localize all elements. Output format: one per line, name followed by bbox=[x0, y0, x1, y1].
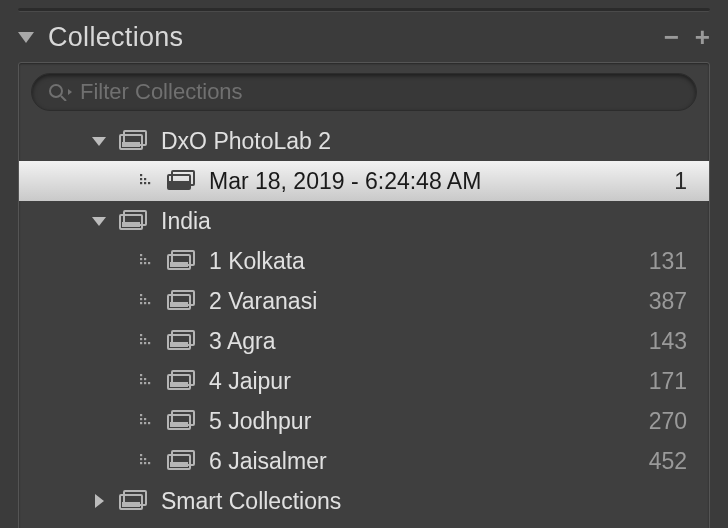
svg-rect-62 bbox=[140, 454, 142, 456]
svg-rect-63 bbox=[140, 458, 142, 460]
panel-divider bbox=[18, 8, 710, 12]
row-label: 6 Jaisalmer bbox=[209, 448, 649, 475]
svg-point-0 bbox=[50, 85, 62, 97]
row-label: Smart Collections bbox=[161, 488, 687, 515]
collection-set-icon bbox=[167, 410, 195, 432]
collection-set-icon bbox=[119, 130, 147, 152]
svg-rect-26 bbox=[140, 294, 142, 296]
panel-header: Collections − + bbox=[0, 18, 728, 56]
collections-tree: DxO PhotoLab 2Mar 18, 2019 - 6:24:48 AM1… bbox=[19, 121, 709, 521]
collection-marker-icon bbox=[139, 253, 155, 269]
collection-marker-icon bbox=[139, 453, 155, 469]
collection-row[interactable]: Mar 18, 2019 - 6:24:48 AM1 bbox=[19, 161, 709, 201]
collection-set-row[interactable]: DxO PhotoLab 2 bbox=[19, 121, 709, 161]
svg-rect-53 bbox=[140, 414, 142, 416]
collection-set-row[interactable]: India bbox=[19, 201, 709, 241]
svg-rect-66 bbox=[144, 462, 146, 464]
row-label: 3 Agra bbox=[209, 328, 649, 355]
chevron-right-icon[interactable] bbox=[91, 493, 107, 509]
row-label: 4 Jaipur bbox=[209, 368, 649, 395]
svg-rect-67 bbox=[148, 462, 150, 464]
collection-set-icon bbox=[167, 330, 195, 352]
collections-panel: Collections − + Filter Collections DxO P… bbox=[0, 0, 728, 528]
svg-rect-45 bbox=[140, 378, 142, 380]
collection-row[interactable]: 1 Kolkata131 bbox=[19, 241, 709, 281]
filter-collections-input[interactable]: Filter Collections bbox=[31, 73, 697, 111]
collection-set-icon bbox=[119, 490, 147, 512]
svg-line-1 bbox=[61, 96, 66, 101]
collection-marker-icon bbox=[139, 413, 155, 429]
svg-rect-7 bbox=[144, 178, 146, 180]
svg-rect-20 bbox=[140, 262, 142, 264]
svg-rect-58 bbox=[148, 422, 150, 424]
panel-title: Collections bbox=[48, 22, 648, 53]
row-label: 2 Varanasi bbox=[209, 288, 649, 315]
svg-rect-43 bbox=[170, 342, 188, 347]
row-label: Mar 18, 2019 - 6:24:48 AM bbox=[209, 168, 674, 195]
collection-row[interactable]: 3 Agra143 bbox=[19, 321, 709, 361]
svg-rect-13 bbox=[170, 182, 188, 187]
svg-rect-39 bbox=[144, 342, 146, 344]
panel-disclosure-icon[interactable] bbox=[18, 32, 34, 43]
collection-row[interactable]: 6 Jaisalmer452 bbox=[19, 441, 709, 481]
panel-minimize-button[interactable]: − bbox=[664, 24, 679, 50]
svg-rect-17 bbox=[140, 254, 142, 256]
row-label: 1 Kolkata bbox=[209, 248, 649, 275]
collection-row[interactable]: 2 Varanasi387 bbox=[19, 281, 709, 321]
search-icon bbox=[48, 83, 72, 101]
row-count: 143 bbox=[649, 328, 687, 355]
row-count: 387 bbox=[649, 288, 687, 315]
svg-rect-30 bbox=[144, 302, 146, 304]
row-label: 5 Jodhpur bbox=[209, 408, 649, 435]
svg-rect-18 bbox=[140, 258, 142, 260]
svg-rect-54 bbox=[140, 418, 142, 420]
svg-rect-37 bbox=[144, 338, 146, 340]
row-count: 131 bbox=[649, 248, 687, 275]
svg-rect-10 bbox=[148, 182, 150, 184]
row-label: DxO PhotoLab 2 bbox=[161, 128, 687, 155]
svg-rect-21 bbox=[144, 262, 146, 264]
row-label: India bbox=[161, 208, 687, 235]
collection-set-icon bbox=[167, 170, 195, 192]
row-count: 1 bbox=[674, 168, 687, 195]
svg-rect-52 bbox=[170, 382, 188, 387]
collection-row[interactable]: 4 Jaipur171 bbox=[19, 361, 709, 401]
panel-body: Filter Collections DxO PhotoLab 2Mar 18,… bbox=[18, 62, 710, 528]
chevron-down-icon[interactable] bbox=[91, 133, 107, 149]
svg-rect-27 bbox=[140, 298, 142, 300]
row-count: 270 bbox=[649, 408, 687, 435]
collection-marker-icon bbox=[139, 373, 155, 389]
svg-rect-40 bbox=[148, 342, 150, 344]
chevron-down-icon[interactable] bbox=[91, 213, 107, 229]
svg-rect-9 bbox=[144, 182, 146, 184]
svg-rect-64 bbox=[144, 458, 146, 460]
svg-rect-55 bbox=[144, 418, 146, 420]
panel-add-button[interactable]: + bbox=[695, 24, 710, 50]
collection-marker-icon bbox=[139, 173, 155, 189]
collection-row[interactable]: 5 Jodhpur270 bbox=[19, 401, 709, 441]
svg-rect-5 bbox=[140, 174, 142, 176]
svg-rect-25 bbox=[170, 262, 188, 267]
collection-set-icon bbox=[167, 290, 195, 312]
row-count: 452 bbox=[649, 448, 687, 475]
collection-set-row[interactable]: Smart Collections bbox=[19, 481, 709, 521]
svg-rect-8 bbox=[140, 182, 142, 184]
collection-set-icon bbox=[167, 450, 195, 472]
svg-rect-73 bbox=[122, 502, 140, 507]
svg-rect-49 bbox=[148, 382, 150, 384]
svg-rect-57 bbox=[144, 422, 146, 424]
svg-rect-19 bbox=[144, 258, 146, 260]
svg-rect-28 bbox=[144, 298, 146, 300]
svg-rect-22 bbox=[148, 262, 150, 264]
svg-rect-61 bbox=[170, 422, 188, 427]
filter-placeholder: Filter Collections bbox=[80, 79, 243, 105]
svg-rect-31 bbox=[148, 302, 150, 304]
svg-rect-4 bbox=[122, 142, 140, 147]
collection-set-icon bbox=[167, 370, 195, 392]
row-count: 171 bbox=[649, 368, 687, 395]
collection-set-icon bbox=[167, 250, 195, 272]
svg-rect-46 bbox=[144, 378, 146, 380]
svg-rect-36 bbox=[140, 338, 142, 340]
collection-set-icon bbox=[119, 210, 147, 232]
collection-marker-icon bbox=[139, 293, 155, 309]
